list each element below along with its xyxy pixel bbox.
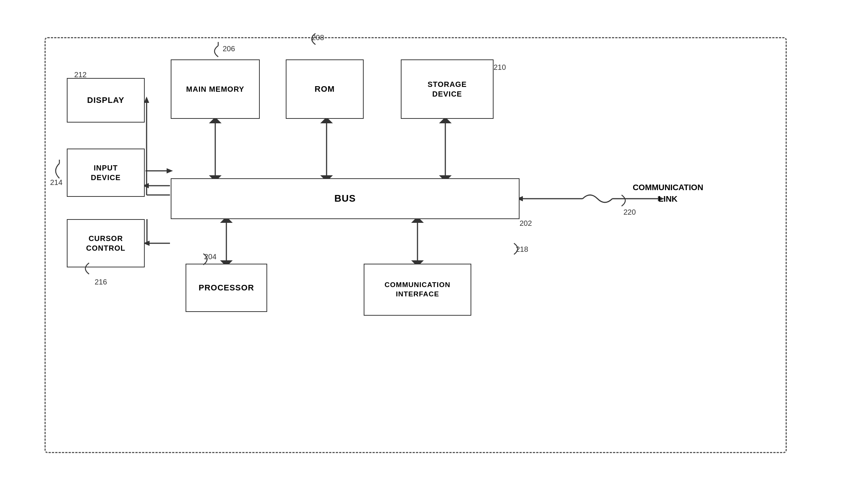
ref-220-squiggle	[614, 193, 636, 208]
ref-202: 202	[520, 219, 532, 228]
rom-box: ROM	[286, 59, 364, 119]
input-device-box: INPUTDEVICE	[67, 149, 145, 197]
diagram-container: 206 208 210 212 214 216 218 202 204 220 …	[30, 22, 839, 464]
ref-206-squiggle	[211, 44, 229, 100]
processor-box: PROCESSOR	[186, 264, 267, 312]
cursor-control-box: CURSORCONTROL	[67, 219, 145, 267]
communication-link-label: COMMUNICATIONLINK	[631, 182, 705, 205]
ref-216-squiggle	[83, 263, 106, 278]
ref-216: 216	[95, 278, 107, 286]
ref-220: 220	[623, 208, 636, 217]
bus-box: BUS	[171, 178, 520, 219]
ref-208-squiggle	[308, 32, 419, 46]
display-box: DISPLAY	[67, 78, 145, 123]
ref-210: 210	[494, 63, 506, 72]
ref-214-squiggle	[48, 163, 71, 193]
svg-marker-23	[167, 168, 173, 173]
ref-204-squiggle	[196, 252, 214, 267]
communication-interface-box: COMMUNICATIONINTERFACE	[364, 264, 471, 316]
svg-marker-21	[144, 97, 149, 103]
storage-device-box: STORAGEDEVICE	[401, 59, 494, 119]
ref-218-squiggle	[507, 241, 529, 256]
